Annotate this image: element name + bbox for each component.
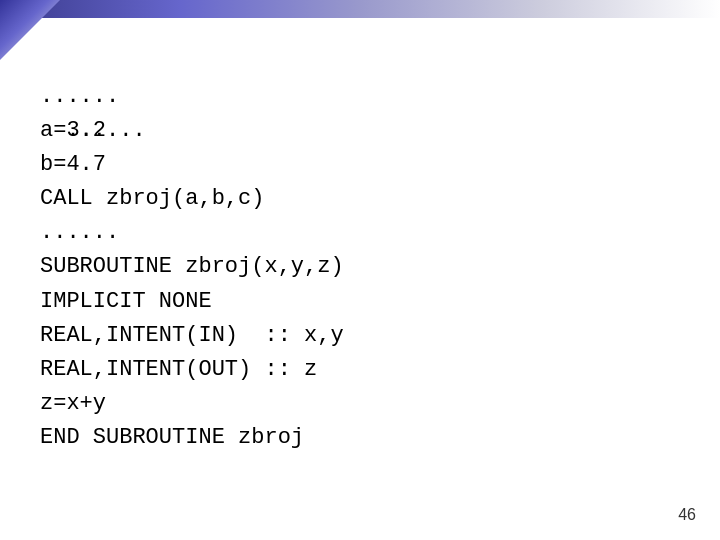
- code-display: ...... a=3.2 b=4.7 CALL zbroj(a,b,c) ...…: [40, 80, 344, 455]
- corner-decoration: [0, 0, 60, 60]
- top-decoration-bar: [0, 0, 720, 18]
- page-number: 46: [678, 506, 696, 524]
